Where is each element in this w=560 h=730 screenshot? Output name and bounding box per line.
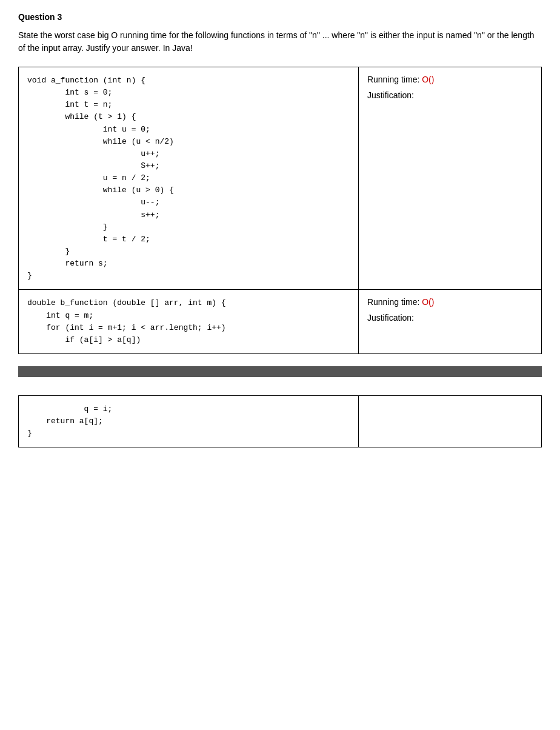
function-a-info-cell: Running time: O() Justification: <box>358 67 541 290</box>
function-b-code: double b_function (double [] arr, int m)… <box>27 297 350 346</box>
functions-table: void a_function (int n) { int s = 0; int… <box>18 67 542 354</box>
bottom-bar <box>18 366 542 377</box>
function-b-continuation-info-cell <box>358 395 541 447</box>
function-a-row: void a_function (int n) { int s = 0; int… <box>19 67 542 290</box>
function-a-code-cell: void a_function (int n) { int s = 0; int… <box>19 67 359 290</box>
function-a-running-time: Running time: O() <box>367 75 533 84</box>
function-a-code: void a_function (int n) { int s = 0; int… <box>27 75 350 282</box>
function-a-running-time-label: Running time: <box>367 75 422 84</box>
function-a-running-time-value: O() <box>422 75 434 84</box>
function-b-info-cell: Running time: O() Justification: <box>358 290 541 354</box>
function-b-justification: Justification: <box>367 313 533 323</box>
function-b-running-time-label: Running time: <box>367 297 422 307</box>
question-header: Question 3 <box>18 12 542 22</box>
question-number: Question 3 <box>18 12 62 22</box>
function-b-code-cell: double b_function (double [] arr, int m)… <box>19 290 359 354</box>
function-b-continuation-row: q = i; return a[q]; } <box>19 395 542 447</box>
function-a-justification: Justification: <box>367 90 533 100</box>
function-b-row: double b_function (double [] arr, int m)… <box>19 290 542 354</box>
question-description: State the worst case big O running time … <box>18 29 542 55</box>
function-b-running-time-value: O() <box>422 297 434 307</box>
function-b-continuation-code: q = i; return a[q]; } <box>27 403 350 440</box>
question-text-content: State the worst case big O running time … <box>18 30 535 53</box>
function-b-running-time: Running time: O() <box>367 297 533 307</box>
function-b-justification-label: Justification: <box>367 313 414 323</box>
continuation-table: q = i; return a[q]; } <box>18 395 542 447</box>
function-b-continuation-code-cell: q = i; return a[q]; } <box>19 395 359 447</box>
function-a-justification-label: Justification: <box>367 90 414 100</box>
